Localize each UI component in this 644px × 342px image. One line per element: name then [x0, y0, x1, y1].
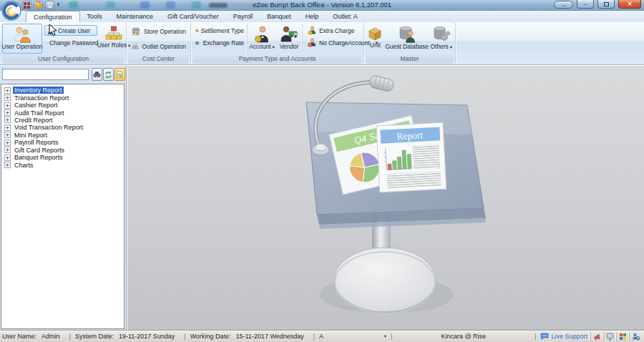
dock-toggle-button[interactable]: ⇔: [554, 1, 573, 9]
settlement-type-icon: [195, 26, 199, 35]
chat-bubble-icon: [540, 333, 549, 340]
find-button[interactable]: [92, 68, 102, 81]
user-roles-button[interactable]: User Roles▾: [99, 24, 129, 54]
settlement-type-button[interactable]: Settlement Type: [192, 25, 247, 36]
expand-icon[interactable]: +: [4, 124, 11, 131]
tree-item-cashier-report[interactable]: +Cashier Report: [1, 102, 124, 109]
separator: |: [184, 333, 185, 340]
separator: |: [69, 333, 71, 340]
expand-icon[interactable]: +: [4, 94, 11, 101]
tree-item-gift-card-reports[interactable]: +Gift Card Reports: [1, 147, 124, 154]
report-title: Report: [396, 130, 424, 142]
svg-text:$€: $€: [195, 41, 199, 45]
tree-item-inventory-report[interactable]: +Inventory Report: [1, 87, 124, 94]
binoculars-icon: [93, 71, 101, 78]
tree-item-mini-report[interactable]: +Mini Report: [1, 132, 124, 139]
user-search-icon[interactable]: [629, 332, 642, 341]
refresh-button[interactable]: [103, 68, 114, 81]
live-support-button[interactable]: Live Support: [540, 333, 587, 340]
tree-item-credit-report[interactable]: +Credit Report: [1, 117, 124, 124]
expand-icon[interactable]: +: [4, 155, 11, 161]
dropdown-arrow-icon: ▾: [384, 333, 386, 339]
outlet-operation-icon: [131, 40, 140, 53]
guest-database-icon: [399, 26, 416, 43]
report-sidebar: +Inventory Report +Transaction Report +C…: [0, 66, 127, 330]
window-controls: ⇔ – ✕: [554, 0, 641, 9]
lock-icon[interactable]: [45, 1, 54, 9]
store-operation-button[interactable]: Store Operation: [128, 24, 189, 39]
export-excel-icon: [116, 71, 124, 79]
tab-payroll[interactable]: Payroll: [226, 11, 260, 22]
user-operation-icon: [13, 26, 31, 43]
quick-access-toolbar: ▾: [22, 1, 59, 9]
tab-maintenance[interactable]: Maintenance: [109, 11, 161, 22]
group-label: Master: [366, 54, 454, 64]
unit-button[interactable]: Unit: [366, 24, 385, 54]
unit-icon: [367, 26, 383, 41]
maximize-icon: [604, 2, 609, 6]
expand-icon[interactable]: +: [4, 102, 11, 109]
expand-icon[interactable]: +: [4, 87, 11, 94]
account-button[interactable]: Account▾: [248, 24, 276, 54]
orange-sphere-icon[interactable]: [34, 1, 43, 9]
status-icon-tray: [590, 332, 642, 341]
group-payment-type-accounts: Settlement Type $€ Exchange Rate: [191, 23, 364, 64]
tree-item-void-transaction-report[interactable]: +Void Transaction Report: [1, 124, 124, 131]
user-roles-icon: [105, 26, 122, 41]
tree-item-charts[interactable]: +Charts: [1, 161, 124, 168]
minimize-button[interactable]: –: [577, 0, 594, 9]
others-button[interactable]: Others▾: [429, 24, 454, 54]
expand-icon[interactable]: +: [4, 117, 11, 123]
system-date-label: System Date:: [75, 333, 114, 340]
podium-watermark-image: Q4 Sales Report: [293, 69, 530, 330]
outlet-value: A: [319, 333, 323, 340]
ribbon-tab-row: Configuration Tools Maintenance Gift Car…: [0, 11, 644, 22]
change-password-button[interactable]: Change Password: [44, 37, 97, 48]
exchange-rate-button[interactable]: $€ Exchange Rate: [192, 37, 247, 48]
window-title: eZee Burrp! Back Office - Version 6.1.20…: [0, 1, 644, 9]
expand-icon[interactable]: +: [4, 162, 11, 168]
outlet-selector[interactable]: A ▾: [319, 333, 386, 340]
user-operation-button[interactable]: User Operation: [2, 24, 42, 54]
tree-item-audit-trail-report[interactable]: +Audit Trail Report: [1, 109, 124, 116]
app-logo-icon[interactable]: [1, 1, 21, 21]
outlet-operation-button[interactable]: Outlet Operation: [128, 39, 189, 54]
exchange-rate-icon: $€: [195, 38, 201, 47]
colored-grid-icon[interactable]: [616, 332, 629, 341]
group-cost-center: Store Operation Outlet Operation Cost Ce…: [127, 23, 191, 64]
expand-icon[interactable]: +: [4, 109, 11, 116]
separator: |: [535, 333, 536, 340]
tree-item-banquet-reports[interactable]: +Banquet Reports: [1, 154, 124, 161]
vendor-button[interactable]: Vendor: [276, 24, 302, 54]
tab-banquet[interactable]: Banquet: [260, 11, 298, 22]
dropdown-arrow-icon: ▾: [450, 44, 452, 49]
no-charge-account-icon: [308, 38, 317, 47]
tab-tools[interactable]: Tools: [80, 11, 109, 22]
report-search-input[interactable]: [2, 69, 89, 80]
account-icon: [254, 26, 270, 43]
maximize-button[interactable]: [597, 0, 615, 9]
tab-outlet[interactable]: Outlet: A: [326, 11, 365, 22]
export-button[interactable]: [114, 68, 125, 81]
remote-desktop-icon[interactable]: [603, 332, 616, 341]
grid-icon[interactable]: [22, 1, 31, 9]
close-button[interactable]: ✕: [618, 0, 641, 9]
expand-icon[interactable]: +: [4, 140, 11, 146]
expand-icon[interactable]: +: [4, 132, 11, 138]
tab-help[interactable]: Help: [298, 11, 326, 22]
others-icon: [433, 26, 450, 43]
tree-item-transaction-report[interactable]: +Transaction Report: [1, 94, 124, 101]
announcement-icon[interactable]: [590, 332, 603, 341]
vendor-icon: [280, 26, 298, 43]
create-user-button[interactable]: Create User: [44, 25, 97, 36]
tab-gift-card-voucher[interactable]: Gift Card/Voucher: [160, 11, 226, 22]
group-label: Payment Type and Accounts: [192, 54, 362, 64]
group-master: Unit Guest Database: [364, 23, 456, 64]
system-date-value: 19-11-2017 Sunday: [119, 333, 175, 340]
guest-database-button[interactable]: Guest Database: [385, 24, 429, 54]
extra-charge-icon: [308, 26, 317, 35]
tree-item-payroll-reports[interactable]: +Payroll Reports: [1, 139, 124, 146]
qat-customize-dropdown-icon[interactable]: ▾: [57, 3, 59, 7]
expand-icon[interactable]: +: [4, 147, 11, 153]
tab-configuration[interactable]: Configuration: [26, 11, 80, 22]
